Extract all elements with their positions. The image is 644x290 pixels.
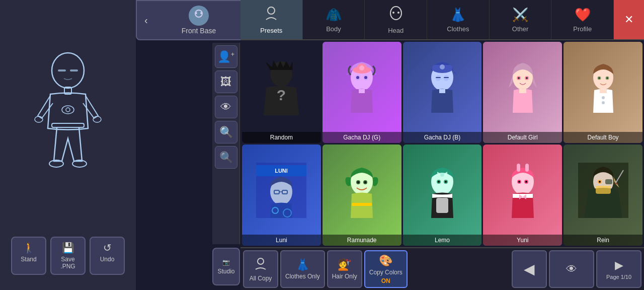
svg-point-63 bbox=[357, 181, 359, 183]
svg-rect-47 bbox=[600, 89, 607, 93]
svg-point-66 bbox=[440, 173, 444, 177]
camera-icon: 📷 bbox=[222, 259, 230, 266]
preset-rein[interactable]: Rein bbox=[564, 144, 642, 246]
lemo-preview bbox=[403, 144, 482, 236]
svg-rect-41 bbox=[519, 89, 526, 93]
svg-point-78 bbox=[525, 181, 527, 183]
preset-gacha-dj-g[interactable]: Gacha DJ (G) bbox=[323, 42, 401, 143]
undo-icon: ↺ bbox=[103, 242, 112, 254]
preset-label: Gacha DJ (G) bbox=[323, 132, 401, 143]
tab-presets[interactable]: Presets bbox=[240, 0, 303, 39]
svg-rect-28 bbox=[359, 89, 365, 93]
presets-grid: ? Random bbox=[240, 40, 644, 247]
tab-body[interactable]: 🧥 Body bbox=[303, 0, 365, 39]
preset-default-girl[interactable]: Default Girl bbox=[483, 42, 562, 143]
svg-point-6 bbox=[66, 108, 70, 112]
svg-rect-82 bbox=[596, 186, 611, 194]
svg-point-5 bbox=[62, 106, 74, 114]
save-png-button[interactable]: 💾 Save .PNG bbox=[50, 237, 86, 275]
head-tab-icon bbox=[388, 6, 404, 24]
svg-point-84 bbox=[599, 181, 601, 183]
image-button[interactable]: 🖼 bbox=[215, 70, 237, 93]
svg-point-45 bbox=[598, 77, 600, 79]
svg-point-12 bbox=[195, 12, 197, 14]
base-avatar-icon bbox=[189, 6, 209, 26]
rein-preview bbox=[564, 144, 642, 236]
clothes-tab-icon: 👗 bbox=[450, 7, 466, 23]
bottom-buttons: 🚶 Stand 💾 Save .PNG ↺ Undo bbox=[6, 232, 130, 280]
add-user-button[interactable]: 👤+ bbox=[215, 45, 237, 68]
preset-default-boy[interactable]: Default Boy bbox=[564, 42, 642, 143]
yuni-preview bbox=[483, 144, 562, 236]
next-page-arrow-icon: ▶ bbox=[615, 259, 623, 272]
tab-bar: Presets 🧥 Body Head 👗 Clothes ⚔️ Other bbox=[240, 0, 644, 40]
tab-profile[interactable]: ❤️ Profile bbox=[551, 0, 614, 39]
zoom-out-button[interactable]: 🔍 bbox=[215, 146, 237, 169]
studio-button[interactable]: 📷 Studio bbox=[212, 248, 240, 285]
hair-only-button[interactable]: 💇 Hair Only bbox=[327, 250, 362, 288]
preset-label: Default Boy bbox=[564, 132, 642, 143]
preset-luni[interactable]: LUNI Luni bbox=[242, 144, 321, 246]
svg-point-70 bbox=[438, 181, 440, 183]
save-icon: 💾 bbox=[62, 242, 74, 254]
clothes-only-button[interactable]: 👗 Clothes Only bbox=[280, 250, 325, 288]
svg-rect-73 bbox=[517, 164, 520, 172]
preset-random[interactable]: ? Random bbox=[242, 42, 321, 143]
svg-point-40 bbox=[526, 77, 528, 79]
preset-yuni[interactable]: Yuni bbox=[483, 144, 562, 246]
tab-clothes[interactable]: 👗 Clothes bbox=[427, 0, 490, 39]
svg-rect-67 bbox=[436, 198, 448, 213]
eye-button[interactable]: 👁 bbox=[215, 96, 237, 118]
close-button[interactable]: ✕ bbox=[614, 0, 644, 39]
svg-rect-35 bbox=[439, 89, 445, 93]
svg-point-7 bbox=[35, 116, 43, 122]
copy-colors-button[interactable]: 🎨 Copy Colors ON bbox=[364, 250, 408, 288]
preset-gacha-dj-b[interactable]: Gacha DJ (B) bbox=[403, 42, 482, 143]
tab-other[interactable]: ⚔️ Other bbox=[490, 0, 552, 39]
all-copy-button[interactable]: All Copy bbox=[243, 250, 278, 288]
tab-head[interactable]: Head bbox=[365, 0, 427, 39]
preset-ramunade[interactable]: Ramunade bbox=[323, 144, 401, 246]
profile-tab-icon: ❤️ bbox=[575, 7, 591, 23]
preset-label: Rein bbox=[564, 235, 642, 246]
svg-rect-4 bbox=[52, 123, 84, 127]
preset-label: Lemo bbox=[403, 235, 482, 246]
svg-point-48 bbox=[602, 96, 605, 99]
view-mode-button[interactable]: 👁 bbox=[549, 250, 594, 288]
undo-button[interactable]: ↺ Undo bbox=[90, 237, 125, 275]
prev-page-button[interactable]: ◀ bbox=[512, 250, 547, 288]
svg-point-88 bbox=[258, 258, 264, 264]
default-girl-preview bbox=[483, 42, 562, 133]
left-panel: 🚶 Stand 💾 Save .PNG ↺ Undo bbox=[0, 0, 136, 290]
gacha-dj-b-preview bbox=[403, 42, 482, 133]
preset-lemo[interactable]: Lemo bbox=[403, 144, 482, 246]
preset-label: Gacha DJ (B) bbox=[403, 132, 482, 143]
body-tab-icon: 🧥 bbox=[326, 7, 342, 23]
view-mode-icon: 👁 bbox=[566, 263, 577, 276]
default-boy-preview bbox=[564, 42, 642, 133]
zoom-out-icon: 🔍 bbox=[219, 151, 233, 164]
add-user-icon: 👤+ bbox=[217, 50, 234, 63]
close-icon: ✕ bbox=[624, 13, 633, 26]
prev-page-icon: ◀ bbox=[524, 261, 535, 277]
character-display bbox=[28, 45, 108, 186]
stand-button[interactable]: 🚶 Stand bbox=[11, 237, 46, 275]
prev-base-button[interactable]: ‹ bbox=[144, 15, 148, 26]
svg-rect-1 bbox=[58, 69, 66, 71]
side-icons-panel: 👤+ 🖼 👁 🔍 🔍 bbox=[212, 43, 240, 244]
main-panel: Presets 🧥 Body Head 👗 Clothes ⚔️ Other bbox=[240, 0, 644, 290]
all-copy-icon bbox=[254, 256, 268, 273]
random-preview: ? bbox=[242, 42, 321, 133]
zoom-in-icon: 🔍 bbox=[219, 126, 233, 139]
eye-icon: 👁 bbox=[220, 101, 231, 114]
svg-point-71 bbox=[445, 181, 447, 183]
svg-point-46 bbox=[606, 77, 608, 79]
preset-label: Luni bbox=[242, 235, 321, 246]
zoom-in-button[interactable]: 🔍 bbox=[215, 121, 237, 143]
svg-point-16 bbox=[392, 12, 394, 14]
svg-point-17 bbox=[397, 12, 399, 14]
svg-point-8 bbox=[93, 116, 101, 122]
action-bar: All Copy 👗 Clothes Only 💇 Hair Only 🎨 Co… bbox=[240, 247, 644, 290]
front-base-label: Front Base bbox=[182, 6, 216, 35]
svg-text:LUNI: LUNI bbox=[275, 168, 288, 174]
